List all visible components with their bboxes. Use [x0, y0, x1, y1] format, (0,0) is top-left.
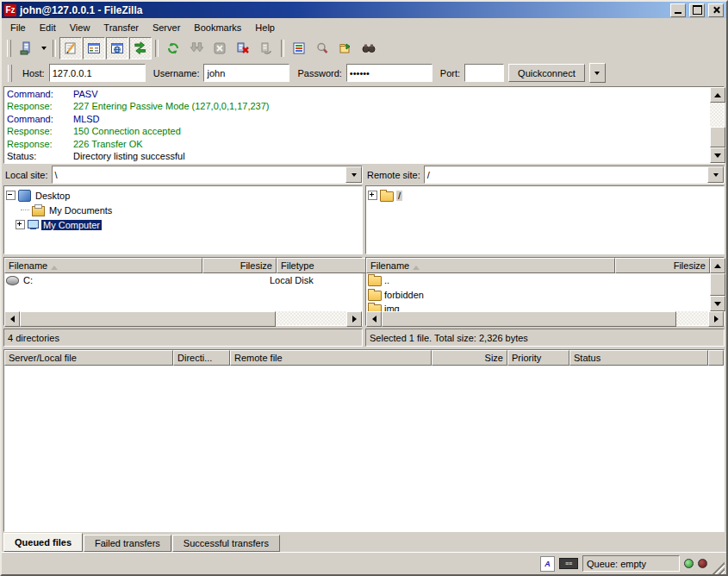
- quickconnect-grip: [8, 65, 12, 82]
- quickconnect-bar: Host: Username: Password: Port: Quickcon…: [2, 59, 726, 86]
- data-type-ascii-icon[interactable]: A: [540, 556, 555, 572]
- dropdown-arrow-icon: [352, 173, 357, 179]
- column-header-label: Filesize: [240, 260, 272, 271]
- tree-item-label[interactable]: Desktop: [34, 191, 72, 201]
- scroll-up-button[interactable]: [710, 258, 725, 273]
- tab-successful-transfers[interactable]: Successful transfers: [172, 535, 280, 552]
- remote-site-value: /: [425, 170, 707, 180]
- username-input[interactable]: [203, 64, 289, 82]
- local-site-dropdown[interactable]: [345, 166, 362, 183]
- host-input[interactable]: [49, 64, 146, 82]
- synchronized-browsing-button[interactable]: [334, 37, 357, 59]
- scroll-left-button[interactable]: [4, 311, 20, 327]
- maximize-button[interactable]: [689, 3, 705, 17]
- toggle-transfer-queue-button[interactable]: [129, 37, 152, 59]
- tree-item-label[interactable]: My Documents: [47, 205, 114, 216]
- tree-item-root[interactable]: /: [368, 188, 724, 203]
- dropdown-arrow-icon: [41, 47, 47, 53]
- refresh-icon: [166, 41, 180, 55]
- find-files-button[interactable]: [358, 37, 380, 59]
- sort-ascending-icon: [413, 262, 420, 270]
- queue-rows: [4, 366, 724, 531]
- directory-comparison-button[interactable]: [311, 37, 333, 59]
- toggle-local-tree-button[interactable]: [83, 37, 105, 59]
- column-header-filename[interactable]: Filename: [4, 258, 202, 273]
- tree-item-my-documents[interactable]: My Documents: [6, 203, 362, 217]
- scroll-up-button[interactable]: [710, 87, 725, 103]
- menu-transfer[interactable]: Transfer: [96, 21, 146, 34]
- column-header-filetype[interactable]: Filetype: [277, 258, 375, 273]
- column-header-direction[interactable]: Directi...: [173, 350, 230, 366]
- scrollbar-thumb[interactable]: [20, 311, 276, 327]
- scroll-down-button[interactable]: [710, 296, 725, 311]
- refresh-button[interactable]: [162, 37, 184, 59]
- local-site-combo[interactable]: \: [52, 166, 363, 184]
- tree-item-desktop[interactable]: Desktop: [6, 188, 362, 203]
- disconnect-button[interactable]: [232, 37, 254, 59]
- tab-failed-transfers[interactable]: Failed transfers: [84, 535, 171, 552]
- file-row[interactable]: img: [366, 302, 710, 311]
- cancel-button[interactable]: [208, 37, 231, 59]
- status-bar: A ≡≡ Queue: empty: [2, 552, 726, 574]
- remote-horizontal-scrollbar[interactable]: [366, 311, 724, 325]
- remote-list-header: Filename Filesize: [366, 258, 710, 273]
- tree-item-my-computer[interactable]: My Computer: [6, 217, 362, 232]
- speed-limits-icon[interactable]: ≡≡: [559, 558, 578, 569]
- scrollbar-thumb[interactable]: [710, 273, 725, 296]
- menu-server[interactable]: Server: [146, 21, 187, 34]
- site-manager-dropdown[interactable]: [38, 38, 49, 59]
- column-header-priority[interactable]: Priority: [507, 350, 569, 366]
- scroll-down-button[interactable]: [710, 147, 725, 163]
- quickconnect-dropdown[interactable]: [589, 63, 606, 83]
- log-line-label: Command:: [7, 113, 73, 125]
- expand-icon[interactable]: [368, 191, 377, 200]
- column-header-label: Filesize: [674, 260, 706, 271]
- my-documents-icon: [32, 206, 45, 216]
- collapse-icon[interactable]: [6, 191, 16, 200]
- scrollbar-thumb[interactable]: [382, 311, 676, 327]
- column-header-status[interactable]: Status: [569, 350, 708, 366]
- local-horizontal-scrollbar[interactable]: [4, 311, 362, 325]
- tree-item-label[interactable]: My Computer: [41, 220, 102, 230]
- minimize-button[interactable]: [670, 3, 686, 17]
- file-row[interactable]: ..: [366, 273, 710, 288]
- column-header-filesize[interactable]: Filesize: [615, 258, 710, 273]
- tree-item-label[interactable]: /: [396, 191, 402, 201]
- remote-site-dropdown[interactable]: [707, 166, 724, 183]
- password-input[interactable]: [346, 64, 432, 82]
- quickconnect-button[interactable]: Quickconnect: [508, 64, 585, 82]
- scroll-right-button[interactable]: [346, 311, 362, 327]
- menu-bookmarks[interactable]: Bookmarks: [187, 21, 248, 34]
- filter-listing-button[interactable]: [288, 37, 310, 59]
- expand-icon[interactable]: [16, 220, 25, 229]
- scroll-right-button[interactable]: [708, 311, 724, 327]
- column-header-server-local-file[interactable]: Server/Local file: [4, 350, 173, 366]
- menu-view[interactable]: View: [63, 21, 97, 34]
- tab-queued-files[interactable]: Queued files: [3, 533, 83, 552]
- port-input[interactable]: [464, 64, 504, 82]
- log-vertical-scrollbar[interactable]: [710, 87, 724, 163]
- title-bar[interactable]: Fz john@127.0.0.1 - FileZilla: [2, 2, 726, 18]
- resize-grip[interactable]: [712, 561, 725, 574]
- toggle-remote-tree-button[interactable]: [106, 37, 128, 59]
- menu-help[interactable]: Help: [248, 21, 282, 34]
- reconnect-button[interactable]: [255, 37, 277, 59]
- process-queue-button[interactable]: [185, 37, 208, 59]
- toggle-message-log-button[interactable]: [59, 37, 82, 59]
- scrollbar-thumb[interactable]: [710, 127, 725, 147]
- menu-file[interactable]: File: [3, 21, 33, 34]
- column-header-filename[interactable]: Filename: [366, 258, 615, 273]
- remote-vertical-scrollbar[interactable]: [710, 258, 724, 311]
- remote-site-combo[interactable]: /: [424, 166, 725, 184]
- column-header-size[interactable]: Size: [432, 350, 507, 366]
- file-row[interactable]: forbidden: [366, 288, 710, 303]
- column-header-filesize[interactable]: Filesize: [202, 258, 277, 273]
- site-manager-button[interactable]: [15, 37, 37, 59]
- log-line-label: Command:: [7, 88, 73, 100]
- file-row-c-drive[interactable]: C: Local Disk: [4, 273, 362, 288]
- close-button[interactable]: [708, 3, 724, 17]
- column-header-label: Status: [574, 353, 600, 363]
- menu-edit[interactable]: Edit: [33, 21, 63, 34]
- column-header-remote-file[interactable]: Remote file: [230, 350, 432, 366]
- scroll-left-button[interactable]: [366, 311, 382, 327]
